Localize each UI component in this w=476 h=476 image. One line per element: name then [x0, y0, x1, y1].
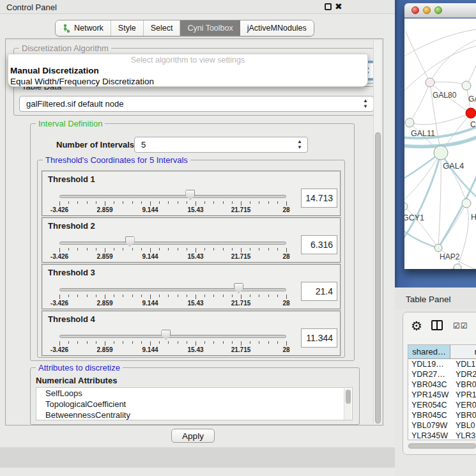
application-window: Control Panel ✖ NetworkStyleSelectCyni T… [0, 0, 476, 476]
slider-handle[interactable] [234, 283, 243, 293]
tick-label: 15.43 [187, 300, 203, 307]
settings-vertical-scrollbar[interactable] [373, 40, 381, 424]
tab-style[interactable]: Style [111, 20, 144, 36]
tick-mark [286, 295, 287, 299]
threshold-panel: Threshold 1-3.4262.8599.14415.4321.71528… [42, 171, 341, 217]
apply-button[interactable]: Apply [171, 429, 215, 443]
slider-track[interactable] [59, 195, 286, 198]
table-row[interactable]: YER054CYER0 [408, 400, 476, 410]
threshold-label: Threshold 2 [48, 221, 95, 231]
close-icon[interactable]: ✖ [335, 1, 342, 12]
network-edge-highlighted [404, 229, 438, 248]
table-row[interactable]: YPR145WYPR1 [408, 390, 476, 400]
tick-mark [232, 295, 233, 297]
discretization-algorithm-title: Discretization Algorithm [19, 43, 111, 53]
table-data-group: Table Data galFiltered.sif default node▲… [13, 86, 380, 116]
attributes-group: Attributes to discretize Numerical Attri… [30, 367, 360, 425]
tick-mark [114, 341, 114, 344]
tick-label: 28 [282, 206, 289, 213]
network-node[interactable] [426, 78, 434, 87]
column-header-shared-name[interactable]: shared… [408, 345, 450, 358]
attributes-list-scrollbar[interactable] [344, 388, 351, 420]
checkbox-icon[interactable]: ☑☑ [453, 321, 468, 330]
attribute-item-betweennesscentrality[interactable]: BetweennessCentrality [36, 410, 352, 420]
tick-mark [123, 295, 123, 297]
tick-label: 15.43 [187, 253, 203, 260]
tab-select[interactable]: Select [144, 20, 181, 36]
numerical-attributes-list[interactable]: SelfLoopsTopologicalCoefficientBetweenne… [36, 387, 353, 420]
slider-handle[interactable] [125, 236, 135, 247]
network-node-label: C [470, 120, 476, 129]
tab-cyni-toolbox[interactable]: Cyni Toolbox [180, 20, 240, 36]
network-node[interactable] [466, 108, 476, 118]
attribute-item-selfloops[interactable]: SelfLoops [36, 388, 352, 399]
float-window-icon[interactable] [325, 3, 332, 10]
threshold-value-field[interactable]: 11.344 [301, 328, 337, 348]
algorithm-option-equal-width-frequency-discretization[interactable]: Equal Width/Frequency Discretization [8, 76, 367, 87]
tick-mark [132, 295, 133, 297]
network-node[interactable] [405, 118, 414, 127]
network-node[interactable] [454, 264, 461, 269]
tab-label: jActiveMNodules [247, 24, 307, 33]
tick-label: -3.426 [50, 346, 68, 353]
column-header-name[interactable]: na [450, 345, 476, 358]
number-of-intervals-combo[interactable]: 5▲▼ [134, 137, 308, 153]
table-row[interactable]: YBR043CYBR0 [408, 380, 476, 390]
slider-ticks [59, 201, 286, 206]
network-window-titlebar[interactable] [404, 3, 476, 18]
tick-mark [159, 248, 160, 250]
tab-label: Network [74, 24, 104, 33]
settings-scrollpane: Discretization Algorithm ▲▼ Table Data g… [5, 38, 383, 426]
tick-mark [59, 201, 60, 206]
algorithm-option-manual-discretization[interactable]: Manual Discretization [8, 65, 367, 76]
tab-jactivemnodules[interactable]: jActiveMNodules [240, 20, 314, 36]
network-edge-highlighted [441, 153, 476, 199]
slider-track[interactable] [59, 288, 286, 291]
tick-mark [159, 295, 160, 297]
network-view-window[interactable]: GAL80GALCGAL11GAL4GCY1HHAP2 [404, 3, 476, 269]
slider-handle[interactable] [161, 330, 171, 340]
slider-track[interactable] [59, 335, 286, 338]
attribute-item-topologicalcoefficient[interactable]: TopologicalCoefficient [36, 399, 352, 410]
table-row[interactable]: YBR045CYBR0 [408, 410, 476, 420]
tick-label: -3.426 [50, 206, 68, 213]
tick-mark [204, 295, 205, 297]
gear-icon[interactable]: ⚙ [411, 318, 422, 334]
split-columns-icon[interactable] [431, 320, 443, 330]
slider-handle[interactable] [185, 190, 195, 200]
network-node[interactable] [434, 146, 448, 160]
close-traffic-light-icon[interactable] [411, 6, 419, 14]
zoom-traffic-light-icon[interactable] [434, 6, 442, 14]
cell-shared-name: YBR043C [408, 380, 452, 390]
tick-mark [96, 201, 96, 204]
network-node[interactable] [462, 199, 471, 208]
tick-mark [87, 341, 88, 344]
table-row[interactable]: YBL079WYBL0 [408, 420, 476, 431]
tab-network[interactable]: Network [56, 20, 111, 36]
tick-label: 2.859 [96, 346, 112, 353]
slider-tick-labels: -3.4262.8599.14415.4321.71528 [59, 300, 286, 307]
minimize-traffic-light-icon[interactable] [423, 6, 431, 14]
network-node[interactable] [434, 244, 442, 252]
table-data-combo[interactable]: galFiltered.sif default node▲▼ [19, 96, 374, 112]
tick-mark [268, 341, 269, 344]
slider-track[interactable] [59, 242, 286, 245]
tick-mark [114, 248, 114, 250]
network-node[interactable] [462, 81, 471, 90]
table-horizontal-scrollbar[interactable] [407, 443, 476, 449]
tick-mark [277, 201, 278, 204]
table-row[interactable]: YDR27…YDR2 [408, 369, 476, 380]
network-node-label: GAL80 [433, 91, 457, 100]
threshold-label: Threshold 3 [48, 268, 95, 277]
table-row[interactable]: YDL19…YDL1 [408, 359, 476, 369]
table-row[interactable]: YLR345WYLR3 [408, 431, 476, 440]
tick-mark [259, 295, 259, 297]
threshold-value-field[interactable]: 21.4 [301, 282, 337, 301]
network-node-label: GAL4 [443, 161, 464, 171]
threshold-value-field[interactable]: 14.713 [301, 188, 337, 208]
threshold-value-field[interactable]: 6.316 [301, 235, 337, 254]
tick-mark [250, 341, 250, 344]
tick-mark [277, 248, 278, 250]
network-canvas[interactable]: GAL80GALCGAL11GAL4GCY1HHAP2 [404, 19, 476, 269]
tick-mark [168, 341, 169, 344]
